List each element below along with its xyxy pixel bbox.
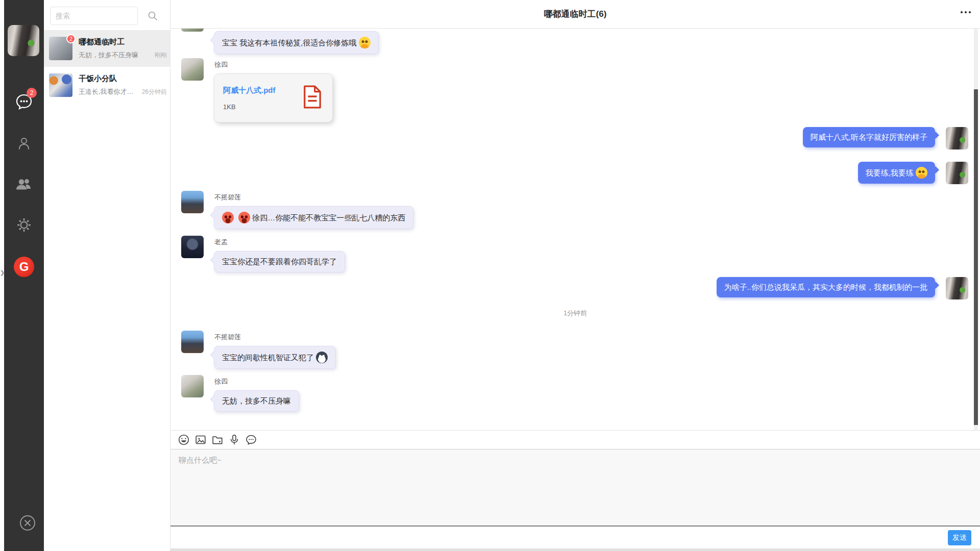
- message-bubble[interactable]: 宝宝的间歇性机智证又犯了 🐧: [214, 346, 336, 369]
- send-button[interactable]: 发送: [948, 530, 971, 545]
- unread-badge: 2: [66, 34, 76, 43]
- close-icon: [19, 524, 36, 533]
- sender-name: 不摇碧莲: [214, 333, 336, 342]
- user-avatar[interactable]: [8, 25, 39, 56]
- conversation-preview: 无妨，技多不压身嘛: [79, 51, 152, 60]
- app-logo: G: [14, 257, 34, 277]
- message-list: 宝宝 我这有本祖传秘笈,很适合你修炼哦 🤗 徐四 阿威十八式.pdf 1KB: [170, 29, 980, 430]
- conversation-item[interactable]: 干饭小分队 王道长,我看你才… 26分钟前: [44, 67, 170, 104]
- message-text: 为啥子..你们总说我呆瓜，其实大多的时候，我都机制的一批: [724, 283, 927, 291]
- conversation-time: 26分钟前: [142, 88, 167, 96]
- image-icon: [194, 440, 207, 447]
- penguin-emoji: 🐧: [316, 352, 328, 363]
- conversation-panel: 2 哪都通临时工 无妨，技多不压身嘛 刚刚 干饭小分队 王道长,我看你才… 26…: [44, 0, 170, 551]
- message-text: 徐四…你能不能不教宝宝一些乱七八糟的东西: [252, 213, 405, 222]
- conversation-name: 哪都通临时工: [79, 37, 167, 47]
- avatar: [49, 73, 72, 97]
- file-attachment[interactable]: 阿威十八式.pdf 1KB: [214, 73, 333, 122]
- message-text: 宝宝 我这有本祖传秘笈,很适合你修炼哦: [222, 38, 356, 47]
- sender-name: 老孟: [214, 238, 345, 247]
- sender-name: 徐四: [214, 377, 299, 386]
- avatar[interactable]: [181, 331, 204, 353]
- face-emoji: 😶: [916, 167, 927, 179]
- conversation-item[interactable]: 2 哪都通临时工 无妨，技多不压身嘛 刚刚: [44, 30, 170, 67]
- app-window: ❯ 2 G: [0, 0, 980, 551]
- file-size: 1KB: [223, 103, 303, 111]
- message-incoming: 不摇碧莲 😡 😡 徐四…你能不能不教宝宝一些乱七八糟的东西: [181, 191, 413, 229]
- conversation-info: 哪都通临时工 无妨，技多不压身嘛 刚刚: [79, 37, 167, 60]
- angry-emoji: 😡: [222, 212, 234, 223]
- search-input[interactable]: [50, 7, 138, 25]
- more-icon[interactable]: [961, 11, 971, 13]
- message-incoming: 老孟 宝宝你还是不要跟着你四哥乱学了: [181, 236, 345, 272]
- avatar[interactable]: [946, 277, 968, 299]
- sender-name: 徐四: [214, 60, 333, 69]
- conversation-info: 干饭小分队 王道长,我看你才… 26分钟前: [79, 74, 167, 96]
- avatar[interactable]: [181, 375, 204, 397]
- message-incoming: 不摇碧莲 宝宝的间歇性机智证又犯了 🐧: [181, 331, 336, 369]
- chat-title: 哪都通临时工(6): [544, 8, 607, 20]
- chat-record-button[interactable]: [245, 434, 257, 446]
- message-outgoing: 我要练,我要练 😶: [858, 162, 968, 184]
- message-bubble[interactable]: 宝宝 我这有本祖传秘笈,很适合你修炼哦 🤗: [214, 31, 379, 54]
- pdf-file-icon: [303, 85, 322, 111]
- sidebar-item-contacts[interactable]: [4, 136, 44, 153]
- search-icon: [147, 15, 158, 23]
- avatar[interactable]: [181, 29, 204, 32]
- avatar[interactable]: [946, 127, 968, 149]
- sender-name: 不摇碧莲: [214, 193, 413, 202]
- close-button[interactable]: [19, 514, 36, 532]
- message-text: 宝宝你还是不要跟着你四哥乱学了: [222, 257, 337, 266]
- message-outgoing: 为啥子..你们总说我呆瓜，其实大多的时候，我都机制的一批: [717, 277, 968, 299]
- message-bubble[interactable]: 我要练,我要练 😶: [858, 162, 935, 184]
- search-row: [44, 0, 170, 30]
- composer-toolbar: [170, 430, 980, 449]
- chat-record-icon: [245, 440, 257, 447]
- avatar[interactable]: [946, 162, 968, 184]
- mic-icon: [228, 440, 240, 447]
- window-bottom-edge: [170, 548, 980, 551]
- conversation-time: 刚刚: [155, 51, 167, 60]
- contacts-icon: [16, 136, 32, 153]
- emoji-button[interactable]: [178, 434, 190, 446]
- time-divider: 1分钟前: [170, 309, 980, 318]
- message-outgoing: 阿威十八式,听名字就好厉害的样子: [803, 127, 968, 149]
- chat-main: 哪都通临时工(6) 宝宝 我这有本祖传秘笈,很适合你修炼哦 🤗 徐四: [170, 0, 980, 551]
- message-bubble[interactable]: 为啥子..你们总说我呆瓜，其实大多的时候，我都机制的一批: [717, 277, 935, 297]
- gear-icon: [16, 217, 32, 235]
- avatar[interactable]: [181, 58, 204, 81]
- image-button[interactable]: [194, 434, 207, 446]
- voice-button[interactable]: [228, 434, 240, 446]
- angry-emoji: 😡: [238, 212, 250, 223]
- message-text: 无妨，技多不压身嘛: [222, 396, 291, 405]
- message-incoming: 徐四 无妨，技多不压身嘛: [181, 375, 299, 412]
- scrollbar-thumb[interactable]: [974, 89, 978, 425]
- message-text: 我要练,我要练: [866, 168, 914, 177]
- folder-icon: [211, 440, 224, 447]
- hug-emoji: 🤗: [359, 37, 371, 48]
- avatar[interactable]: [181, 236, 204, 258]
- group-icon: [15, 177, 33, 193]
- chat-header: 哪都通临时工(6): [170, 0, 980, 29]
- message-bubble[interactable]: 😡 😡 徐四…你能不能不教宝宝一些乱七八糟的东西: [214, 206, 413, 229]
- message-bubble[interactable]: 无妨，技多不压身嘛: [214, 390, 299, 412]
- left-gutter: ❯: [0, 0, 4, 551]
- avatar[interactable]: [181, 191, 204, 213]
- search-button[interactable]: [147, 10, 158, 21]
- conversation-preview: 王道长,我看你才…: [79, 87, 139, 96]
- chats-unread-badge: 2: [27, 88, 37, 98]
- message-bubble[interactable]: 阿威十八式,听名字就好厉害的样子: [803, 127, 935, 147]
- conversation-name: 干饭小分队: [79, 74, 167, 84]
- composer-input[interactable]: [170, 449, 980, 525]
- send-row: 发送: [170, 527, 980, 548]
- sidebar-item-groups[interactable]: [4, 177, 44, 193]
- sidebar-item-chats[interactable]: [4, 93, 44, 112]
- file-name: 阿威十八式.pdf: [223, 86, 303, 95]
- composer-input-area: [170, 449, 980, 525]
- message-bubble[interactable]: 宝宝你还是不要跟着你四哥乱学了: [214, 251, 345, 272]
- emoji-icon: [178, 440, 190, 447]
- sidebar: 2 G: [4, 0, 44, 551]
- folder-button[interactable]: [211, 434, 224, 446]
- message-incoming: 徐四 阿威十八式.pdf 1KB: [181, 58, 333, 122]
- sidebar-item-settings[interactable]: [4, 217, 44, 235]
